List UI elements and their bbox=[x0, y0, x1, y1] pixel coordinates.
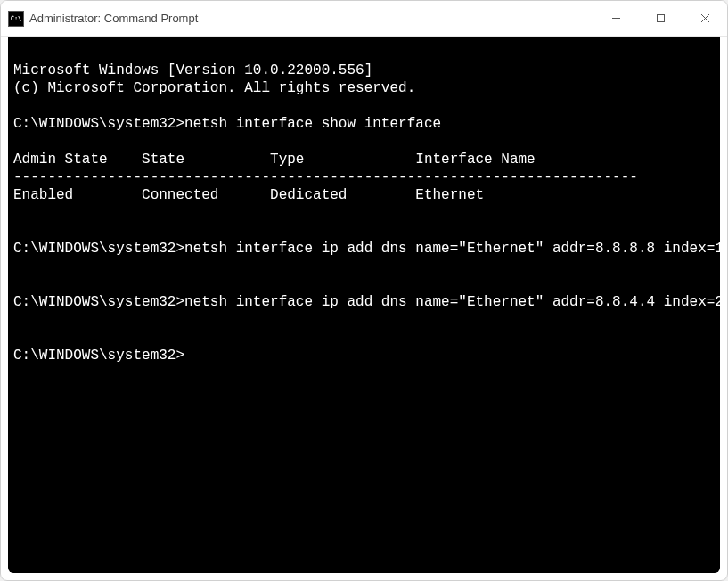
table-divider: ----------------------------------------… bbox=[13, 169, 638, 185]
command-text: netsh interface ip add dns name="Etherne… bbox=[184, 294, 720, 310]
prompt-line: C:\WINDOWS\system32>netsh interface ip a… bbox=[13, 294, 720, 310]
table-row: Enabled Connected Dedicated Ethernet bbox=[13, 187, 484, 203]
prompt: C:\WINDOWS\system32> bbox=[13, 348, 184, 364]
table-header: Admin State State Type Interface Name bbox=[13, 151, 536, 168]
command-text: netsh interface ip add dns name="Etherne… bbox=[184, 241, 720, 257]
app-icon: C:\ bbox=[8, 11, 24, 27]
terminal-content[interactable]: Microsoft Windows [Version 10.0.22000.55… bbox=[8, 37, 720, 573]
minimize-button[interactable] bbox=[593, 1, 638, 36]
titlebar[interactable]: C:\ Administrator: Command Prompt bbox=[1, 1, 727, 37]
close-icon bbox=[700, 13, 710, 23]
close-button[interactable] bbox=[683, 1, 727, 36]
prompt-line: C:\WINDOWS\system32> bbox=[13, 348, 184, 364]
command-text: netsh interface show interface bbox=[184, 116, 441, 132]
maximize-button[interactable] bbox=[638, 1, 683, 36]
prompt: C:\WINDOWS\system32> bbox=[13, 294, 184, 310]
minimize-icon bbox=[611, 13, 621, 23]
prompt-line: C:\WINDOWS\system32>netsh interface ip a… bbox=[13, 241, 720, 257]
prompt: C:\WINDOWS\system32> bbox=[13, 241, 184, 257]
banner-line: Microsoft Windows [Version 10.0.22000.55… bbox=[13, 62, 372, 78]
banner-line: (c) Microsoft Corporation. All rights re… bbox=[13, 80, 415, 96]
maximize-icon bbox=[656, 13, 666, 23]
window-controls bbox=[593, 1, 727, 36]
prompt: C:\WINDOWS\system32> bbox=[13, 116, 184, 132]
window-title: Administrator: Command Prompt bbox=[29, 12, 593, 25]
window-frame: C:\ Administrator: Command Prompt Micros… bbox=[0, 0, 728, 581]
svg-rect-1 bbox=[657, 15, 664, 22]
prompt-line: C:\WINDOWS\system32>netsh interface show… bbox=[13, 116, 441, 132]
